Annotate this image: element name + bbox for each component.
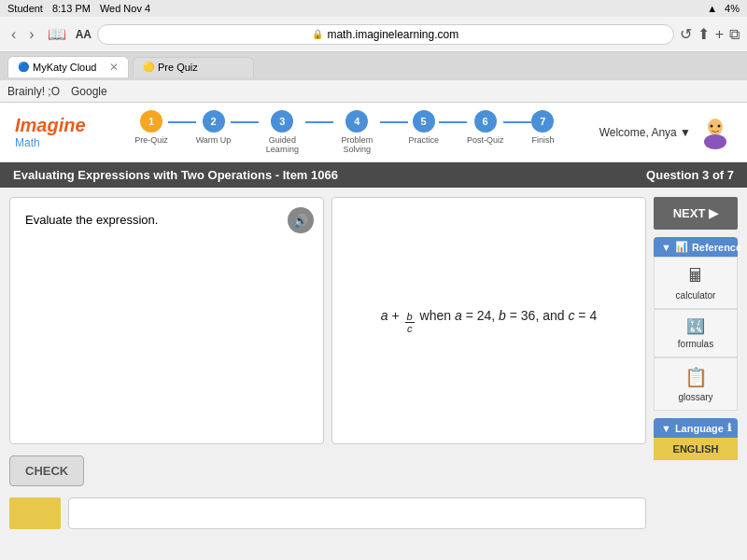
- lang-triangle-icon: ▼: [661, 423, 671, 434]
- fraction-denominator: c: [405, 323, 415, 334]
- ref-spreadsheet-icon: 📊: [675, 241, 688, 253]
- step-label-4: Problem Solving: [333, 135, 380, 154]
- step-label-5: Practice: [408, 135, 439, 145]
- connector-5-6: [439, 121, 467, 123]
- fraction-numerator: b: [405, 311, 415, 323]
- answer-input-row: [9, 497, 646, 529]
- speaker-button[interactable]: 🔊: [288, 207, 314, 233]
- svg-point-2: [711, 124, 713, 127]
- step-7[interactable]: 7 Finish: [531, 110, 554, 145]
- question-text-box: Evaluate the expression. 🔊: [9, 197, 324, 444]
- formulas-label: formulas: [678, 339, 713, 349]
- left-panel: Evaluate the expression. 🔊 a + b c when …: [9, 197, 646, 529]
- lock-icon: 🔒: [312, 29, 323, 39]
- url-bar[interactable]: 🔒 math.imaginelearning.com: [97, 24, 674, 45]
- next-arrow-icon: ▶: [709, 206, 718, 220]
- url-text: math.imaginelearning.com: [327, 28, 458, 41]
- step-6[interactable]: 6 Post-Quiz: [467, 110, 504, 145]
- next-button[interactable]: NEXT ▶: [654, 197, 738, 230]
- step-circle-7: 7: [531, 110, 554, 133]
- status-bar: Student 8:13 PM Wed Nov 4 ▲ 4%: [0, 0, 747, 17]
- math-expression: a + b c when a = 24, b = 36, and c = 4: [381, 308, 597, 334]
- step-label-7: Finish: [531, 135, 554, 145]
- bookmark-brainly[interactable]: Brainly! ;O: [7, 85, 60, 98]
- connector-6-7: [503, 121, 531, 123]
- glossary-icon: 📋: [684, 366, 708, 388]
- language-panel: ▼ Language ℹ ENGLISH: [654, 418, 738, 460]
- question-area: Evaluate the expression. 🔊 a + b c when …: [9, 197, 646, 444]
- mykaty-tab-icon: 🔵: [18, 62, 29, 72]
- calculator-icon: 🖩: [686, 265, 705, 287]
- language-header[interactable]: ▼ Language ℹ: [654, 418, 738, 438]
- welcome-text: Welcome, Anya ▼: [599, 126, 691, 139]
- formulas-icon: 🔣: [686, 317, 705, 335]
- step-1[interactable]: 1 Pre-Quiz: [134, 110, 168, 145]
- logo-math: Math: [15, 136, 90, 149]
- step-label-2: Warm Up: [196, 135, 232, 145]
- step-label-1: Pre-Quiz: [134, 135, 168, 145]
- tabs-bar: 🔵 MyKaty Cloud ✕ 🟡 Pre Quiz: [0, 52, 747, 80]
- calculator-tool[interactable]: 🖩 calculator: [654, 257, 738, 309]
- tabs-button[interactable]: ⧉: [729, 26, 740, 43]
- app-header: Imagine Math 1 Pre-Quiz 2 Warm Up 3 Guid…: [0, 103, 747, 162]
- battery-label: 4%: [725, 3, 740, 14]
- prequiz-tab-icon: 🟡: [143, 62, 154, 72]
- language-label: Language: [675, 423, 724, 434]
- ref-triangle-icon: ▼: [661, 242, 671, 253]
- answer-input-bar[interactable]: [68, 497, 646, 529]
- svg-point-1: [704, 134, 726, 149]
- reader-button[interactable]: 📖: [44, 25, 70, 43]
- aa-label: AA: [76, 28, 92, 41]
- step-circle-2: 2: [203, 110, 225, 133]
- step-label-6: Post-Quiz: [467, 135, 504, 145]
- step-label-3: Guided Learning: [259, 135, 305, 154]
- main-content: Evaluate the expression. 🔊 a + b c when …: [0, 188, 747, 539]
- connector-4-5: [380, 121, 408, 123]
- formulas-tool[interactable]: 🔣 formulas: [654, 309, 738, 357]
- glossary-tool[interactable]: 📋 glossary: [654, 357, 738, 411]
- connector-2-3: [231, 121, 259, 123]
- time-label: 8:13 PM: [52, 3, 91, 14]
- connector-3-4: [305, 121, 333, 123]
- logo-area: Imagine Math: [15, 115, 90, 149]
- reference-panel[interactable]: ▼ 📊 Reference: [654, 237, 738, 257]
- expression-box: a + b c when a = 24, b = 36, and c = 4: [331, 197, 646, 444]
- forward-button[interactable]: ›: [25, 26, 37, 43]
- prequiz-tab-label: Pre Quiz: [158, 62, 198, 73]
- check-row: CHECK: [9, 452, 646, 486]
- add-tab-button[interactable]: +: [715, 26, 724, 43]
- glossary-label: glossary: [678, 392, 712, 402]
- app-wrapper: Imagine Math 1 Pre-Quiz 2 Warm Up 3 Guid…: [0, 103, 747, 560]
- question-text: Evaluate the expression.: [25, 213, 158, 227]
- step-circle-4: 4: [345, 110, 368, 133]
- welcome-area: Welcome, Anya ▼: [599, 116, 732, 149]
- english-button[interactable]: ENGLISH: [654, 438, 738, 460]
- right-sidebar: NEXT ▶ ▼ 📊 Reference 🖩 calculator 🔣 form…: [654, 197, 738, 529]
- tab-mykaty[interactable]: 🔵 MyKaty Cloud ✕: [7, 56, 129, 77]
- mykaty-tab-close[interactable]: ✕: [109, 61, 119, 74]
- mykaty-tab-label: MyKaty Cloud: [33, 62, 96, 73]
- step-2[interactable]: 2 Warm Up: [196, 110, 232, 145]
- reference-label: Reference: [692, 242, 741, 253]
- calculator-label: calculator: [676, 290, 716, 301]
- check-button[interactable]: CHECK: [9, 455, 84, 486]
- bookmark-google[interactable]: Google: [71, 85, 107, 98]
- step-circle-5: 5: [413, 110, 435, 133]
- step-3[interactable]: 3 Guided Learning: [259, 110, 305, 154]
- share-button[interactable]: ⬆: [698, 25, 710, 43]
- step-4[interactable]: 4 Problem Solving: [333, 110, 380, 154]
- next-label: NEXT: [673, 206, 706, 220]
- bookmarks-bar: Brainly! ;O Google: [0, 80, 747, 103]
- language-info-icon: ℹ: [727, 422, 731, 434]
- logo-imagine: Imagine: [15, 115, 90, 136]
- step-5[interactable]: 5 Practice: [408, 110, 439, 145]
- wifi-icon: ▲: [707, 3, 717, 14]
- reload-button[interactable]: ↺: [680, 25, 692, 43]
- student-label: Student: [7, 3, 43, 14]
- avatar: [698, 116, 732, 149]
- progress-steps: 1 Pre-Quiz 2 Warm Up 3 Guided Learning 4…: [108, 110, 581, 154]
- browser-bar: ‹ › 📖 AA 🔒 math.imaginelearning.com ↺ ⬆ …: [0, 17, 747, 52]
- svg-point-0: [708, 119, 723, 135]
- back-button[interactable]: ‹: [7, 26, 20, 43]
- tab-prequiz[interactable]: 🟡 Pre Quiz: [133, 57, 254, 77]
